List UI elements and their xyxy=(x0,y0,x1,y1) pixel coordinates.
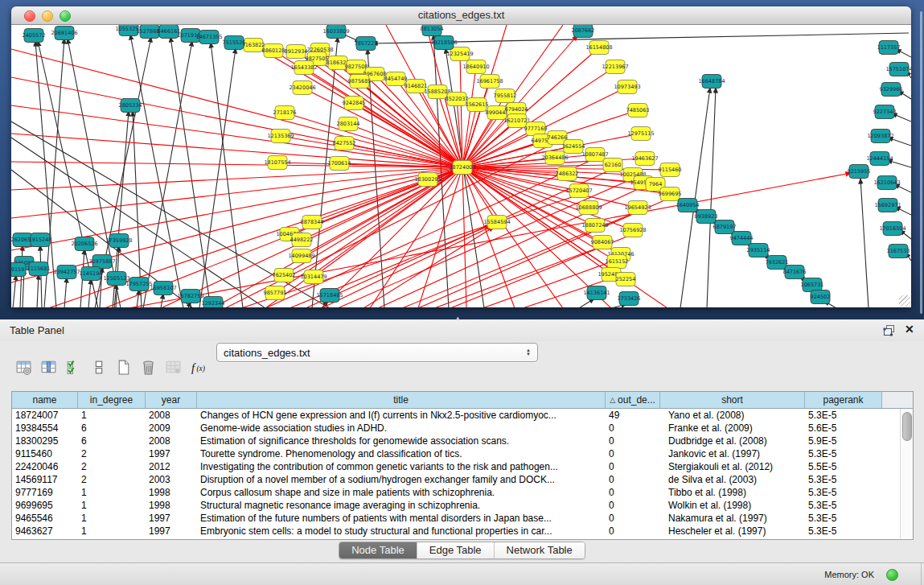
table-settings-icon[interactable] xyxy=(11,356,36,378)
graph-node[interactable]: 2803144 xyxy=(337,117,360,131)
graph-node[interactable]: 16648784 xyxy=(698,75,725,89)
graph-node[interactable]: 19218506 xyxy=(430,36,457,50)
graph-node[interactable]: 252254 xyxy=(616,273,636,286)
table-cell[interactable]: 5.5E-5 xyxy=(805,461,882,472)
graph-node[interactable]: 2935114 xyxy=(747,244,770,257)
graph-node[interactable]: 14099489 xyxy=(288,249,314,263)
graph-node[interactable]: 7857223 xyxy=(355,37,378,51)
graph-node[interactable]: 14671355 xyxy=(195,31,222,44)
column-header-short[interactable]: short xyxy=(660,392,805,408)
network-window-titlebar[interactable]: citations_edges.txt xyxy=(11,6,911,25)
table-cell[interactable]: Embryonic stem cells: a model to study s… xyxy=(197,525,606,537)
graph-node[interactable]: 1117357 xyxy=(877,41,901,55)
table-cell[interactable]: 6 xyxy=(78,435,146,447)
panel-splitter-handle[interactable]: ▴ xyxy=(456,314,460,322)
table-cell[interactable]: Estimation of significance thresholds fo… xyxy=(197,435,606,447)
scrollbar-thumb[interactable] xyxy=(902,412,912,441)
graph-node[interactable]: 9857791 xyxy=(264,286,287,300)
graph-node[interactable]: 10314479 xyxy=(300,270,326,284)
table-cell[interactable]: 18300295 xyxy=(12,435,78,447)
graph-node[interactable]: 16958107 xyxy=(150,282,176,295)
graph-node[interactable]: 2405572 xyxy=(23,29,46,43)
table-cell[interactable]: Corpus callosum shape and size in male p… xyxy=(197,487,606,498)
graph-node[interactable]: 1167533 xyxy=(887,245,910,258)
table-cell[interactable]: Jankovic et al. (1997) xyxy=(660,448,805,459)
table-cell[interactable]: 18724007 xyxy=(12,410,78,421)
table-cell[interactable]: 9463627 xyxy=(12,525,78,537)
network-view-window[interactable]: citations_edges.txt 91638228860128891293… xyxy=(11,6,911,307)
table-cell[interactable]: 1998 xyxy=(146,500,197,511)
graph-node[interactable]: 1915248 xyxy=(29,233,52,247)
graph-node[interactable]: 10688809 xyxy=(575,201,602,215)
graph-node[interactable]: 9777169 xyxy=(524,122,548,136)
graph-node[interactable]: 1292344 xyxy=(202,297,225,308)
close-panel-icon[interactable]: ✕ xyxy=(905,323,914,336)
table-row[interactable]: 1938455462009Genome-wide association stu… xyxy=(12,422,913,435)
graph-node[interactable]: 8471676 xyxy=(783,266,807,279)
table-cell[interactable]: 9115460 xyxy=(12,448,78,459)
table-cell[interactable]: 0 xyxy=(606,422,660,434)
table-cell[interactable]: 6 xyxy=(78,422,146,434)
table-cell[interactable]: 1998 xyxy=(146,487,197,498)
graph-node[interactable]: 15751074 xyxy=(885,63,911,76)
table-cell[interactable]: 22420046 xyxy=(12,461,78,472)
table-cell[interactable]: Tourette syndrome. Phenomenology and cla… xyxy=(197,448,606,459)
graph-node[interactable]: 16033809 xyxy=(322,25,349,39)
graph-node[interactable]: 10973493 xyxy=(614,80,640,94)
table-cell[interactable]: 9777169 xyxy=(12,487,78,498)
table-cell[interactable]: 0 xyxy=(606,474,660,485)
table-cell[interactable]: 2012 xyxy=(146,461,197,472)
graph-node[interactable]: 7485063 xyxy=(626,104,650,117)
table-cell[interactable]: Disruption of a novel member of a sodium… xyxy=(197,474,606,485)
graph-node[interactable]: 10756928 xyxy=(619,224,646,237)
memory-status-indicator[interactable] xyxy=(886,569,898,581)
table-cell[interactable]: Hescheler et al. (1997) xyxy=(660,525,805,537)
table-cell[interactable]: Estimation of the future numbers of pati… xyxy=(197,513,606,524)
graph-node[interactable]: 20691406 xyxy=(51,27,77,40)
table-cell[interactable]: 5.3E-5 xyxy=(805,525,882,537)
table-cell[interactable]: de Silva et al. (2003) xyxy=(660,474,805,485)
table-cell[interactable]: Franke et al. (2009) xyxy=(660,422,805,434)
table-row[interactable]: 1456911722003Disruption of a novel membe… xyxy=(12,473,913,486)
graph-node[interactable]: 2718176 xyxy=(273,106,297,120)
table-cell[interactable]: 2 xyxy=(78,448,146,459)
table-cell[interactable]: 14569117 xyxy=(12,474,78,485)
table-cell[interactable]: Dudbridge et al. (2008) xyxy=(660,435,805,447)
graph-node[interactable]: 9115460 xyxy=(659,163,682,177)
column-header-in_degree[interactable]: in_degree xyxy=(78,392,146,408)
table-cell[interactable]: 0 xyxy=(606,448,660,459)
graph-node[interactable]: 8215955 xyxy=(848,165,871,179)
table-cell[interactable]: 1 xyxy=(78,525,146,537)
graph-node[interactable]: 4498222 xyxy=(290,233,314,247)
table-cell[interactable]: 2009 xyxy=(146,422,197,434)
table-cell[interactable]: 1 xyxy=(78,410,146,421)
table-cell[interactable]: Investigating the contribution of common… xyxy=(197,461,606,472)
table-cell[interactable]: 2 xyxy=(78,474,146,485)
graph-node[interactable]: 16782759 xyxy=(177,290,203,303)
table-cell[interactable]: 1997 xyxy=(146,513,197,524)
table-cell[interactable]: 5.3E-5 xyxy=(805,500,882,511)
table-cell[interactable]: 9699695 xyxy=(12,500,78,511)
network-canvas[interactable]: 9163822886012889129342226053898275051654… xyxy=(11,25,911,307)
graph-node[interactable]: 1065731 xyxy=(801,278,824,292)
table-cell[interactable]: 49 xyxy=(606,410,660,421)
graph-node[interactable]: 30975887 xyxy=(88,255,115,269)
tab-edge-table[interactable]: Edge Table xyxy=(417,542,494,558)
table-row[interactable]: 977716911998Corpus callosum shape and si… xyxy=(12,486,913,499)
graph-node[interactable]: 8938923 xyxy=(695,210,718,224)
table-cell[interactable]: 2 xyxy=(78,461,146,472)
table-cell[interactable]: 0 xyxy=(606,500,660,511)
graph-node[interactable]: 7955812 xyxy=(494,89,517,103)
graph-node[interactable]: 8427552 xyxy=(333,137,356,150)
table-cell[interactable]: 9465546 xyxy=(12,513,78,524)
graph-node[interactable]: 2087662 xyxy=(572,25,595,38)
table-cell[interactable]: Changes of HCN gene expression and I(f) … xyxy=(197,410,606,421)
table-selector-dropdown[interactable]: citations_edges.txt ▲▼ xyxy=(216,343,538,362)
graph-node[interactable]: 1115681 xyxy=(27,262,51,276)
graph-node[interactable]: 12444154 xyxy=(866,152,893,166)
graph-node[interactable]: 7515526 xyxy=(223,36,246,50)
table-cell[interactable]: 0 xyxy=(606,487,660,498)
table-cell[interactable]: Stergiakouli et al. (2012) xyxy=(660,461,805,472)
table-cell[interactable]: 0 xyxy=(606,513,660,524)
table-cell[interactable]: 5.6E-5 xyxy=(805,422,882,434)
